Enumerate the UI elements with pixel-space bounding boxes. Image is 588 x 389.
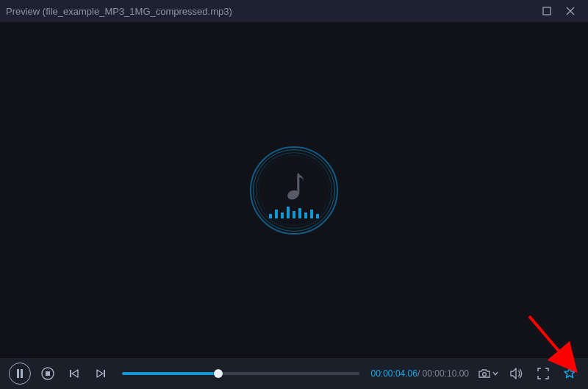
close-icon [566, 7, 575, 15]
speaker-icon [510, 368, 523, 379]
fullscreen-button[interactable] [534, 364, 553, 383]
svg-rect-6 [70, 370, 71, 377]
fullscreen-icon [537, 368, 549, 379]
star-gear-icon [563, 367, 576, 380]
previous-frame-button[interactable] [65, 364, 84, 383]
caret-down-icon [492, 371, 498, 376]
total-time: 00:00:10.00 [423, 368, 469, 379]
equalizer-bars [269, 204, 319, 218]
pause-icon [16, 369, 24, 378]
snapshot-button[interactable] [476, 364, 500, 383]
play-pause-button[interactable] [9, 363, 31, 385]
volume-button[interactable] [507, 364, 526, 383]
close-button[interactable] [559, 0, 582, 22]
stop-icon [41, 367, 54, 380]
progress-slider[interactable] [122, 372, 359, 375]
current-time: 00:00:04.06 [371, 368, 417, 379]
window-title: Preview (file_example_MP3_1MG_compressed… [6, 6, 535, 17]
time-separator: / [417, 368, 423, 379]
time-display: 00:00:04.06/ 00:00:10.00 [371, 368, 469, 379]
progress-thumb[interactable] [214, 369, 223, 378]
next-frame-icon [96, 368, 106, 379]
svg-rect-5 [46, 371, 50, 376]
next-frame-button[interactable] [91, 364, 110, 383]
preview-window: Preview (file_example_MP3_1MG_compressed… [0, 0, 588, 389]
titlebar: Preview (file_example_MP3_1MG_compressed… [0, 0, 588, 22]
preferences-button[interactable] [560, 364, 579, 383]
media-stage [0, 22, 588, 358]
camera-icon [478, 368, 491, 379]
svg-rect-3 [21, 369, 23, 378]
svg-rect-7 [104, 370, 105, 377]
maximize-button[interactable] [535, 0, 559, 22]
audio-visualizer [250, 146, 338, 235]
stop-button[interactable] [38, 364, 57, 383]
svg-rect-2 [17, 369, 19, 378]
progress-fill [122, 372, 218, 375]
previous-frame-icon [69, 368, 79, 379]
svg-point-8 [483, 373, 487, 376]
music-note-icon [282, 171, 309, 204]
maximize-icon [542, 7, 551, 15]
svg-rect-0 [543, 7, 551, 15]
controls-bar: 00:00:04.06/ 00:00:10.00 [0, 358, 588, 389]
